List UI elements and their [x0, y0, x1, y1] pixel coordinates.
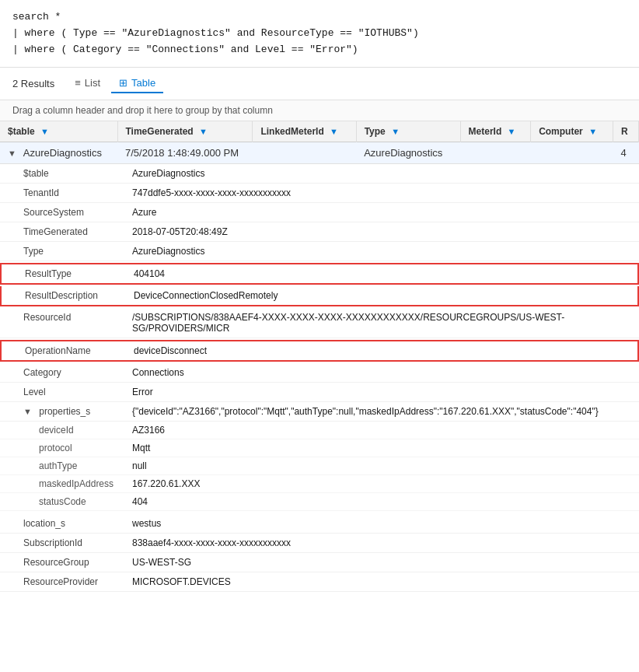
sub-label-statuscode: statusCode — [0, 493, 124, 510]
detail-row-stable: $table AzureDiagnostics — [0, 164, 639, 184]
properties-expand-button[interactable]: ▼ — [23, 407, 32, 416]
sub-value-maskedip: 167.220.61.XXX — [124, 475, 208, 492]
value-sourcesystem: Azure — [124, 203, 639, 222]
sub-value-protocol: Mqtt — [124, 439, 158, 457]
detail-row-resourceid: ResourceId /SUBSCRIPTIONS/838AAEF4-XXXX-… — [0, 308, 639, 338]
filter-icon-computer[interactable]: ▼ — [588, 127, 597, 136]
label-location: location_s — [0, 514, 124, 533]
table-icon: ⊞ — [119, 77, 127, 89]
row-stable: ▼ AzureDiagnostics — [0, 142, 117, 164]
sub-value-statuscode: 404 — [124, 493, 155, 510]
row-meterid — [460, 142, 531, 164]
row-computer — [531, 142, 613, 164]
value-type: AzureDiagnostics — [124, 242, 639, 261]
label-tenantid: TenantId — [0, 184, 124, 202]
detail-row-location: location_s westus — [0, 514, 639, 534]
detail-row-tenantid: TenantId 747ddfe5-xxxx-xxxx-xxxx-xxxxxxx… — [0, 184, 639, 203]
filter-icon-linked[interactable]: ▼ — [330, 127, 338, 136]
table-container: $table ▼ TimeGenerated ▼ LinkedMeterId ▼… — [0, 121, 639, 592]
label-subscriptionid: SubscriptionId — [0, 534, 124, 552]
value-resultdescription: DeviceConnectionClosedRemotely — [126, 286, 637, 305]
value-timegenerated: 2018-07-05T20:48:49Z — [124, 222, 639, 241]
query-line2: | where ( Type == "AzureDiagnostics" and… — [12, 26, 627, 42]
col-meterid[interactable]: MeterId ▼ — [460, 121, 531, 142]
filter-icon-type[interactable]: ▼ — [391, 127, 400, 136]
label-resourceprovider: ResourceProvider — [0, 572, 124, 591]
value-resourcegroup: US-WEST-SG — [124, 553, 639, 572]
row-linkedmeter — [253, 142, 356, 164]
tab-group: ≡ List ⊞ Table — [67, 74, 163, 93]
table-header-row: $table ▼ TimeGenerated ▼ LinkedMeterId ▼… — [0, 121, 639, 142]
detail-row-sourcesystem: SourceSystem Azure — [0, 203, 639, 222]
label-resulttype: ResultType — [2, 264, 126, 283]
label-operationname: OperationName — [2, 341, 126, 360]
data-table: $table ▼ TimeGenerated ▼ LinkedMeterId ▼… — [0, 121, 639, 592]
detail-row-properties: ▼ properties_s {"deviceId":"AZ3166","pro… — [0, 402, 639, 422]
detail-row-subscriptionid: SubscriptionId 838aaef4-xxxx-xxxx-xxxx-x… — [0, 534, 639, 553]
label-resourcegroup: ResourceGroup — [0, 553, 124, 572]
label-timegenerated: TimeGenerated — [0, 222, 124, 241]
value-tenantid: 747ddfe5-xxxx-xxxx-xxxx-xxxxxxxxxxx — [124, 184, 639, 202]
label-sourcesystem: SourceSystem — [0, 203, 124, 222]
sub-label-authtype: authType — [0, 457, 124, 474]
query-line1: search * — [12, 9, 627, 26]
detail-section: $table AzureDiagnostics TenantId 747ddfe… — [0, 164, 639, 592]
table-label: Table — [131, 77, 155, 89]
label-properties: ▼ properties_s — [0, 402, 124, 421]
sub-row-maskedip: maskedIpAddress 167.220.61.XXX — [0, 475, 639, 493]
label-level: Level — [0, 383, 124, 401]
sub-row-authtype: authType null — [0, 457, 639, 475]
col-computer[interactable]: Computer ▼ — [531, 121, 613, 142]
list-label: List — [85, 77, 100, 89]
value-stable: AzureDiagnostics — [124, 164, 639, 183]
detail-row-resulttype: ResultType 404104 — [0, 263, 639, 285]
sub-value-deviceid: AZ3166 — [124, 422, 173, 439]
value-resourceid: /SUBSCRIPTIONS/838AAEF4-XXXX-XXXX-XXXX-X… — [124, 308, 639, 338]
row-r: 4 — [613, 142, 639, 164]
detail-row-timegenerated: TimeGenerated 2018-07-05T20:48:49Z — [0, 222, 639, 242]
col-r[interactable]: R — [613, 121, 639, 142]
label-resultdescription: ResultDescription — [2, 286, 126, 305]
value-subscriptionid: 838aaef4-xxxx-xxxx-xxxx-xxxxxxxxxxx — [124, 534, 639, 552]
tab-table[interactable]: ⊞ Table — [111, 74, 163, 93]
col-linkedmeterid[interactable]: LinkedMeterId ▼ — [253, 121, 356, 142]
detail-row-type: Type AzureDiagnostics — [0, 242, 639, 261]
sub-label-maskedip: maskedIpAddress — [0, 475, 124, 492]
sub-row-deviceid: deviceId AZ3166 — [0, 422, 639, 439]
expand-button[interactable]: ▼ — [8, 149, 16, 158]
sub-label-deviceid: deviceId — [0, 422, 124, 439]
value-properties: {"deviceId":"AZ3166","protocol":"Mqtt","… — [124, 402, 639, 421]
value-resourceprovider: MICROSOFT.DEVICES — [124, 572, 639, 591]
query-box: search * | where ( Type == "AzureDiagnos… — [0, 0, 639, 68]
detail-row-resourcegroup: ResourceGroup US-WEST-SG — [0, 553, 639, 572]
value-location: westus — [124, 514, 639, 533]
sub-label-protocol: protocol — [0, 439, 124, 457]
col-timegenerated[interactable]: TimeGenerated ▼ — [117, 121, 253, 142]
detail-row-level: Level Error — [0, 383, 639, 402]
value-resulttype: 404104 — [126, 264, 637, 283]
list-icon: ≡ — [75, 77, 81, 89]
label-resourceid: ResourceId — [0, 308, 124, 338]
col-stable[interactable]: $table ▼ — [0, 121, 117, 142]
filter-icon-stable[interactable]: ▼ — [40, 127, 49, 136]
sub-value-authtype: null — [124, 457, 155, 474]
value-operationname: deviceDisconnect — [126, 341, 637, 360]
sub-row-statuscode: statusCode 404 — [0, 493, 639, 511]
value-level: Error — [124, 383, 639, 401]
filter-icon-meter[interactable]: ▼ — [508, 127, 516, 136]
detail-section-row: $table AzureDiagnostics TenantId 747ddfe… — [0, 164, 639, 593]
filter-icon-time[interactable]: ▼ — [199, 127, 208, 136]
drag-hint: Drag a column header and drop it here to… — [0, 100, 639, 121]
row-type: AzureDiagnostics — [356, 142, 460, 164]
table-row[interactable]: ▼ AzureDiagnostics 7/5/2018 1:48:49.000 … — [0, 142, 639, 164]
detail-row-category: Category Connections — [0, 363, 639, 383]
label-type: Type — [0, 242, 124, 261]
sub-row-protocol: protocol Mqtt — [0, 439, 639, 457]
label-stable: $table — [0, 164, 124, 183]
detail-row-resourceprovider: ResourceProvider MICROSOFT.DEVICES — [0, 572, 639, 592]
row-time: 7/5/2018 1:48:49.000 PM — [117, 142, 253, 164]
col-type[interactable]: Type ▼ — [356, 121, 460, 142]
detail-row-operationname: OperationName deviceDisconnect — [0, 340, 639, 362]
label-category: Category — [0, 363, 124, 382]
tab-list[interactable]: ≡ List — [67, 74, 108, 93]
